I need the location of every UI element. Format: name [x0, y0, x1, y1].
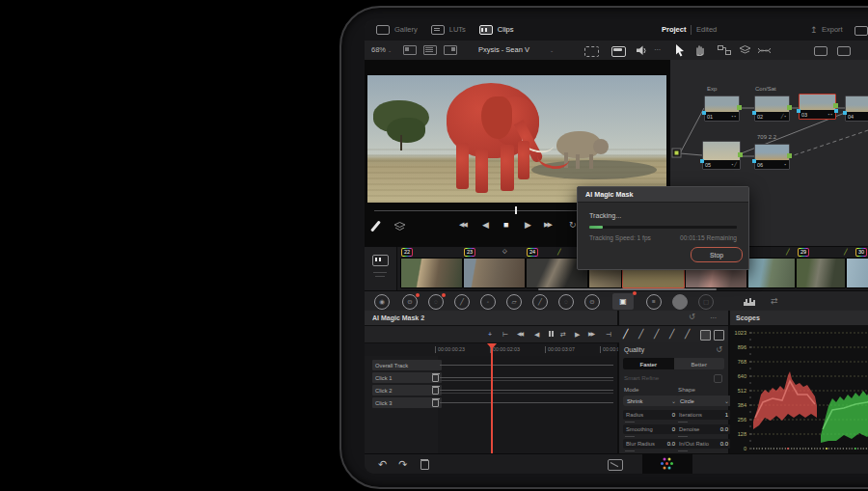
- node-03-selected[interactable]: 03▪▪: [799, 94, 836, 120]
- layers-tool-icon[interactable]: [739, 45, 751, 55]
- viewer-more-menu[interactable]: ⋯: [654, 46, 662, 54]
- mode-dropdown[interactable]: Shrink ⌄: [623, 396, 680, 406]
- viewer-playhead[interactable]: [515, 206, 517, 214]
- node-04[interactable]: 04▪: [845, 95, 868, 122]
- param-denoise[interactable]: Denoise 0.0: [676, 424, 731, 434]
- node-thumb-view-icon[interactable]: [814, 46, 827, 56]
- track-to-start-button[interactable]: ◀◀: [517, 331, 522, 337]
- node-input-port[interactable]: [797, 109, 800, 113]
- mark-out-button[interactable]: ⊣: [606, 331, 611, 338]
- viewer-layers-icon[interactable]: [393, 222, 406, 232]
- track-forward-button[interactable]: ▶: [575, 331, 580, 338]
- draw-pen-icon[interactable]: ╱: [685, 330, 690, 339]
- smart-refine-checkbox[interactable]: [714, 374, 722, 383]
- param-smoothing[interactable]: Smoothing 0: [623, 424, 678, 434]
- cursor-tool-icon[interactable]: [675, 44, 686, 57]
- track-to-end-button[interactable]: ▶▶: [588, 331, 593, 337]
- video-frame[interactable]: [367, 75, 666, 203]
- node-01[interactable]: 01▪▪: [704, 95, 740, 122]
- clip-29-thumbnail[interactable]: [747, 258, 796, 288]
- add-tracker-point-button[interactable]: +: [488, 331, 492, 338]
- node-input-port[interactable]: [752, 111, 756, 115]
- delete-track-icon[interactable]: [432, 399, 439, 407]
- param-inout-ratio[interactable]: In/Out Ratio 0.0: [676, 439, 731, 449]
- spline-tool-icon[interactable]: [758, 46, 771, 55]
- node-output-port[interactable]: [787, 153, 792, 158]
- speaker-icon[interactable]: [637, 45, 648, 56]
- hdr-wheels-icon[interactable]: ◌: [428, 294, 444, 310]
- node-05[interactable]: 05▪╱: [702, 141, 741, 170]
- pause-tracking-button[interactable]: [549, 331, 554, 337]
- param-radius[interactable]: Radius 0: [623, 410, 678, 420]
- param-blur-radius[interactable]: Blur Radius 0.0: [623, 439, 678, 449]
- node-input-port[interactable]: [843, 111, 847, 115]
- skip-start-button[interactable]: ◀◀: [459, 221, 466, 229]
- undo-button[interactable]: ↶: [378, 458, 387, 471]
- track-row-overall[interactable]: Overall Track: [372, 360, 442, 370]
- clip-23-thumbnail[interactable]: [463, 258, 526, 288]
- redo-button[interactable]: ↷: [398, 458, 407, 471]
- draw-pen-icon[interactable]: ╱: [638, 330, 643, 339]
- track-bidirectional-button[interactable]: ⇄: [560, 331, 566, 338]
- clip-overlay-icon[interactable]: [611, 46, 626, 57]
- loop-button[interactable]: ↻: [569, 220, 577, 230]
- hand-tool-icon[interactable]: [694, 44, 706, 56]
- zoom-level-dropdown[interactable]: 68%: [371, 46, 386, 54]
- clips-button[interactable]: Clips: [498, 26, 514, 34]
- tracker-icon[interactable]: ╱: [532, 294, 548, 310]
- param-slider[interactable]: [678, 422, 688, 423]
- draw-pen-icon[interactable]: ╱: [669, 330, 674, 339]
- tracker-playhead-marker[interactable]: [487, 343, 497, 349]
- settings-reset-icon[interactable]: ↺: [689, 314, 695, 321]
- clip-31-thumbnail[interactable]: [846, 258, 868, 288]
- skip-end-button[interactable]: ▶▶: [544, 221, 551, 229]
- param-iterations[interactable]: Iterations 1: [676, 410, 731, 420]
- view-single-button[interactable]: [403, 45, 417, 55]
- param-slider[interactable]: [625, 422, 635, 423]
- open-fx-icon[interactable]: ▢: [698, 294, 714, 310]
- param-slider[interactable]: [625, 436, 635, 437]
- cut-page-tab[interactable]: [608, 459, 623, 471]
- node-output-port[interactable]: [787, 105, 792, 110]
- clip-22-thumbnail[interactable]: [400, 258, 463, 288]
- node-input-port[interactable]: [702, 111, 706, 115]
- play-button[interactable]: ▶: [525, 220, 531, 230]
- track-reverse-button[interactable]: ◀: [534, 331, 539, 338]
- clips-filter-icon[interactable]: [372, 255, 389, 266]
- node-zoom-view-icon[interactable]: [837, 46, 851, 56]
- histogram-icon[interactable]: [743, 296, 757, 307]
- delete-track-icon[interactable]: [432, 374, 439, 382]
- quality-reset-icon[interactable]: ↺: [716, 346, 722, 354]
- settings-more-menu[interactable]: ⋯: [710, 314, 718, 322]
- node-output-port[interactable]: [833, 103, 838, 108]
- node-06[interactable]: 06▪: [754, 144, 790, 170]
- project-label[interactable]: Project: [662, 26, 686, 34]
- view-grid-button[interactable]: [423, 45, 437, 55]
- stabilizer-icon[interactable]: ◌: [558, 294, 574, 310]
- node-output-port[interactable]: [738, 152, 743, 157]
- mask-preview-toggle[interactable]: [700, 330, 711, 341]
- node-02[interactable]: 02╱▪: [754, 95, 790, 122]
- draw-pen-active-icon[interactable]: ╱: [623, 330, 628, 339]
- delete-track-icon[interactable]: [432, 387, 439, 395]
- delete-button[interactable]: [420, 460, 429, 470]
- power-window-icon[interactable]: ▱: [506, 294, 522, 310]
- export-button[interactable]: Export: [822, 26, 843, 34]
- stop-tracking-button[interactable]: Stop: [691, 247, 743, 262]
- play-reverse-button[interactable]: ◀: [482, 220, 489, 230]
- eyedropper-icon[interactable]: [370, 221, 381, 232]
- mixer-icon[interactable]: ⇄: [771, 297, 778, 306]
- transform-bbox-icon[interactable]: [584, 46, 599, 57]
- param-slider[interactable]: [678, 450, 688, 451]
- node-input-port[interactable]: [700, 159, 704, 163]
- qualifier-icon[interactable]: ◦: [480, 294, 496, 310]
- track-row-click1[interactable]: Click 1: [372, 372, 442, 383]
- stop-button[interactable]: ■: [503, 220, 508, 230]
- view-split-button[interactable]: [444, 45, 457, 55]
- motion-effects-icon[interactable]: ⊙: [584, 294, 600, 310]
- magic-mask-tool-active[interactable]: ▣: [612, 293, 634, 310]
- clip-30-thumbnail[interactable]: [796, 258, 846, 288]
- vignette-icon[interactable]: [672, 294, 688, 310]
- tab-better[interactable]: Better: [674, 358, 725, 369]
- mask-overlay-toggle[interactable]: [714, 330, 724, 341]
